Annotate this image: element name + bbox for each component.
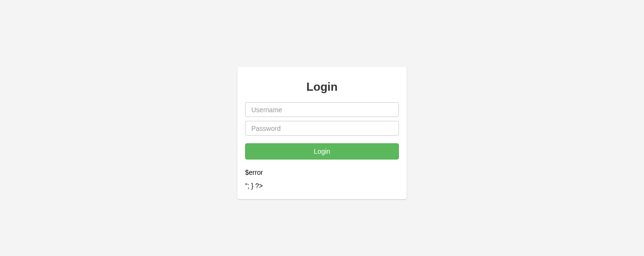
login-button[interactable]: Login: [245, 143, 399, 160]
error-message: $error: [245, 167, 399, 178]
username-field[interactable]: [245, 102, 399, 117]
password-field[interactable]: [245, 121, 399, 136]
login-title: Login: [245, 80, 399, 94]
trailing-code-text: "; } ?>: [245, 181, 399, 191]
login-card: Login Login $error "; } ?>: [237, 67, 407, 199]
